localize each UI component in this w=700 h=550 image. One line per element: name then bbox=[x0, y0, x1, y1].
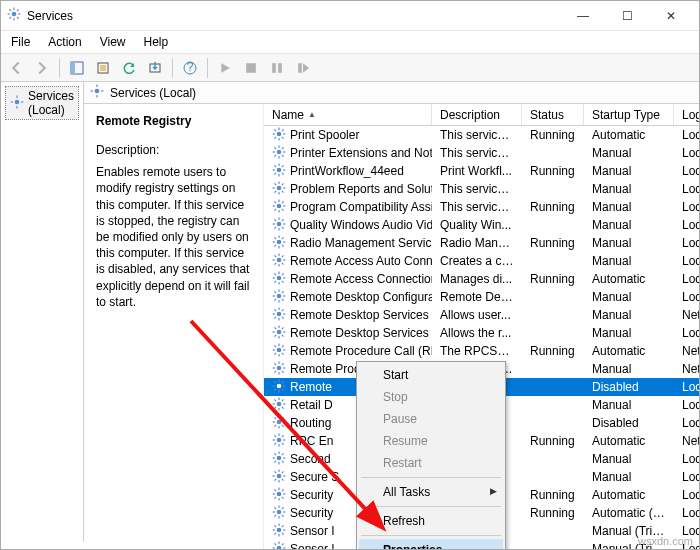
close-button[interactable]: ✕ bbox=[649, 2, 693, 30]
service-row[interactable]: Radio Management ServiceRadio Mana...Run… bbox=[264, 234, 700, 252]
service-name: Print Spooler bbox=[290, 128, 359, 142]
service-startup-type: Manual bbox=[584, 361, 674, 377]
service-row[interactable]: Remote Desktop Services U...Allows the r… bbox=[264, 324, 700, 342]
properties-toolbar-button[interactable] bbox=[92, 57, 114, 79]
ctx-all-tasks[interactable]: All Tasks bbox=[359, 481, 503, 503]
ctx-stop[interactable]: Stop bbox=[359, 386, 503, 408]
service-log-on-as: Loc bbox=[674, 289, 700, 305]
service-row[interactable]: Remote Desktop Configurat...Remote Des..… bbox=[264, 288, 700, 306]
ctx-pause[interactable]: Pause bbox=[359, 408, 503, 430]
service-name: Sensor I bbox=[290, 542, 335, 550]
svg-line-190 bbox=[274, 478, 276, 480]
svg-line-69 bbox=[282, 208, 284, 210]
show-hide-tree-button[interactable] bbox=[66, 57, 88, 79]
menu-view[interactable]: View bbox=[98, 33, 128, 51]
service-row[interactable]: Program Compatibility Assist...This serv… bbox=[264, 198, 700, 216]
svg-line-157 bbox=[282, 406, 284, 408]
ctx-properties[interactable]: Properties bbox=[359, 539, 503, 550]
service-status bbox=[522, 476, 584, 478]
detail-description-text: Enables remote users to modify registry … bbox=[96, 164, 253, 310]
svg-line-180 bbox=[274, 453, 276, 455]
help-button[interactable]: ? bbox=[179, 57, 201, 79]
service-log-on-as: Loc bbox=[674, 145, 700, 161]
svg-line-124 bbox=[274, 327, 276, 329]
svg-line-150 bbox=[274, 388, 276, 390]
tree-node-services-local[interactable]: Services (Local) bbox=[5, 86, 79, 120]
svg-line-116 bbox=[274, 309, 276, 311]
service-row[interactable]: Print SpoolerThis service ...RunningAuto… bbox=[264, 126, 700, 144]
svg-rect-18 bbox=[246, 63, 256, 73]
service-startup-type: Manual bbox=[584, 217, 674, 233]
svg-line-196 bbox=[274, 489, 276, 491]
svg-line-204 bbox=[274, 507, 276, 509]
refresh-button[interactable] bbox=[118, 57, 140, 79]
service-name: Security bbox=[290, 488, 333, 502]
service-log-on-as: Loc bbox=[674, 487, 700, 503]
svg-line-70 bbox=[274, 208, 276, 210]
svg-line-126 bbox=[274, 334, 276, 336]
service-row[interactable]: Quality Windows Audio Vid...Quality Win.… bbox=[264, 216, 700, 234]
service-row[interactable]: PrintWorkflow_44eedPrint Workfl...Runnin… bbox=[264, 162, 700, 180]
column-header-startup-type[interactable]: Startup Type bbox=[584, 104, 674, 125]
service-log-on-as: Loc bbox=[674, 235, 700, 251]
service-name: Remote Procedure Call (RPC) bbox=[290, 344, 432, 358]
service-row[interactable]: Printer Extensions and Notif...This serv… bbox=[264, 144, 700, 162]
service-gear-icon bbox=[272, 253, 286, 270]
menu-help[interactable]: Help bbox=[142, 33, 171, 51]
svg-line-220 bbox=[274, 543, 276, 545]
svg-line-189 bbox=[282, 478, 284, 480]
restart-service-button[interactable] bbox=[292, 57, 314, 79]
start-service-button[interactable] bbox=[214, 57, 236, 79]
svg-line-54 bbox=[274, 172, 276, 174]
pause-service-button[interactable] bbox=[266, 57, 288, 79]
service-gear-icon bbox=[272, 343, 286, 360]
svg-line-213 bbox=[282, 532, 284, 534]
view-tab-services-local[interactable]: Services (Local) bbox=[90, 84, 196, 101]
service-gear-icon bbox=[272, 415, 286, 432]
svg-line-151 bbox=[282, 381, 284, 383]
column-header-description[interactable]: Description bbox=[432, 104, 522, 125]
tab-label: Services (Local) bbox=[110, 86, 196, 100]
column-header-status[interactable]: Status bbox=[522, 104, 584, 125]
svg-line-53 bbox=[282, 172, 284, 174]
service-row[interactable]: Problem Reports and Soluti...This servic… bbox=[264, 180, 700, 198]
service-startup-type: Manual bbox=[584, 289, 674, 305]
service-status: Running bbox=[522, 127, 584, 143]
service-row[interactable]: Remote Procedure Call (RPC)The RPCSS ...… bbox=[264, 342, 700, 360]
service-status bbox=[522, 368, 584, 370]
column-header-name[interactable]: Name ▲ bbox=[264, 104, 432, 125]
svg-line-175 bbox=[282, 435, 284, 437]
svg-line-188 bbox=[274, 471, 276, 473]
service-log-on-as: Net bbox=[674, 343, 700, 359]
svg-line-61 bbox=[282, 190, 284, 192]
maximize-button[interactable]: ☐ bbox=[605, 2, 649, 30]
service-description: Creates a co... bbox=[432, 253, 522, 269]
service-row[interactable]: Remote Desktop ServicesAllows user...Man… bbox=[264, 306, 700, 324]
minimize-button[interactable]: — bbox=[561, 2, 605, 30]
svg-line-141 bbox=[282, 370, 284, 372]
service-row[interactable]: Remote Access Auto Conne...Creates a co.… bbox=[264, 252, 700, 270]
ctx-restart[interactable]: Restart bbox=[359, 452, 503, 474]
svg-line-182 bbox=[274, 460, 276, 462]
svg-line-100 bbox=[274, 273, 276, 275]
forward-button[interactable] bbox=[31, 57, 53, 79]
sort-ascending-icon: ▲ bbox=[308, 110, 316, 119]
menu-file[interactable]: File bbox=[9, 33, 32, 51]
service-log-on-as: Loc bbox=[674, 415, 700, 431]
ctx-start[interactable]: Start bbox=[359, 364, 503, 386]
column-header-log-on-as[interactable]: Log bbox=[674, 104, 700, 125]
column-label: Name bbox=[272, 108, 304, 122]
export-list-button[interactable] bbox=[144, 57, 166, 79]
stop-service-button[interactable] bbox=[240, 57, 262, 79]
service-row[interactable]: Remote Access Connection...Manages di...… bbox=[264, 270, 700, 288]
service-gear-icon bbox=[272, 271, 286, 288]
svg-rect-19 bbox=[272, 63, 276, 73]
service-status bbox=[522, 152, 584, 154]
service-gear-icon bbox=[272, 379, 286, 396]
svg-line-6 bbox=[17, 17, 19, 19]
back-button[interactable] bbox=[5, 57, 27, 79]
ctx-refresh[interactable]: Refresh bbox=[359, 510, 503, 532]
menu-action[interactable]: Action bbox=[46, 33, 83, 51]
service-name: Secure S bbox=[290, 470, 339, 484]
ctx-resume[interactable]: Resume bbox=[359, 430, 503, 452]
